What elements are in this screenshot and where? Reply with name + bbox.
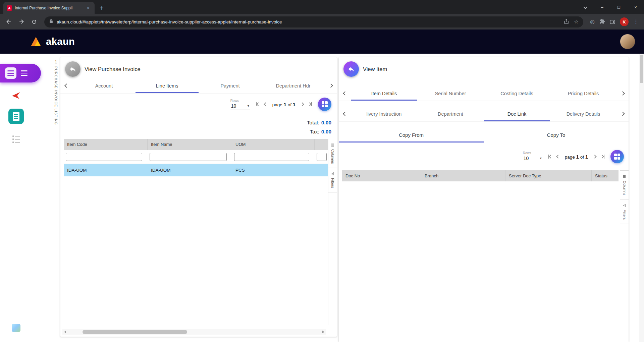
image-thumbnail-icon [12, 324, 20, 332]
rows-label: Rows [230, 99, 250, 103]
tab-search-chevron-icon[interactable] [577, 0, 594, 14]
panel-title: View Purchase Invoice [85, 66, 141, 72]
scrollbar-thumb[interactable] [83, 330, 187, 334]
tab-delivery-details[interactable]: Delivery Details [550, 106, 616, 121]
purchase-invoice-panel: View Purchase Invoice Account Line Items… [60, 57, 337, 337]
filters-label: Filters [331, 178, 335, 188]
new-tab-button[interactable]: + [97, 3, 107, 13]
previous-page-button[interactable] [264, 102, 268, 107]
sidebar-item-invoice-applet[interactable] [0, 109, 32, 124]
filter-input-uom[interactable] [234, 153, 309, 161]
table-controls: Rows 10 ▾ page 1 of 1 [230, 98, 331, 111]
sidebar-item-listing[interactable] [0, 135, 32, 143]
last-page-button[interactable] [308, 101, 313, 108]
first-page-button[interactable] [255, 101, 260, 108]
hamburger-menu-icon[interactable] [21, 70, 28, 76]
cell-uom: PCS [232, 168, 315, 173]
previous-page-button[interactable] [556, 154, 560, 159]
back-button[interactable] [343, 61, 359, 77]
tab-account[interactable]: Account [72, 78, 136, 93]
tab-serial-number[interactable]: Serial Number [417, 86, 484, 101]
pagination: page 1 of 1 [255, 101, 313, 108]
tab-copy-from[interactable]: Copy From [339, 127, 484, 142]
tab-department-hdr[interactable]: Department Hdr [262, 78, 325, 93]
main-content: 1 PURCHASE INVOICE LISTING View Purchase… [0, 54, 644, 342]
browser-tab[interactable]: A Internal Purchase Invoice Suppli × [3, 2, 95, 14]
sidebar-item-image[interactable] [0, 324, 32, 332]
filter-input-extra[interactable] [317, 153, 327, 161]
tab-payment[interactable]: Payment [199, 78, 262, 93]
rows-per-page-select[interactable]: Rows 10 ▾ [230, 99, 250, 110]
table-header-row: Doc No Branch Server Doc Type Status [342, 170, 619, 181]
scroll-left-icon[interactable] [62, 331, 68, 333]
last-page-button[interactable] [600, 153, 605, 160]
tab-doc-link[interactable]: Doc Link [484, 106, 550, 121]
share-icon[interactable] [564, 18, 569, 25]
tab-costing-details[interactable]: Costing Details [484, 86, 550, 101]
tab-line-items[interactable]: Line Items [136, 78, 199, 93]
vertical-tab-number: 1 [55, 60, 57, 64]
scrollbar-thumb[interactable] [640, 55, 643, 83]
rows-per-page-select[interactable]: Rows 10 ▾ [523, 151, 542, 162]
grid-view-button[interactable] [610, 150, 624, 163]
tax-value: 0.00 [321, 129, 331, 134]
tab-copy-to[interactable]: Copy To [484, 127, 629, 142]
list-icon [12, 135, 20, 143]
tabs-scroll-left-icon[interactable] [339, 106, 351, 121]
tabs-scroll-right-icon[interactable] [325, 78, 337, 93]
window-minimize-button[interactable]: – [594, 0, 610, 14]
akaun-logo-icon [31, 37, 43, 47]
filters-tool[interactable]: Filters [328, 168, 337, 192]
tabs-scroll-right-icon[interactable] [616, 106, 629, 121]
columns-tool[interactable]: Columns [620, 170, 629, 199]
sidebar-item-red-app[interactable] [0, 91, 32, 101]
view-item-panel: View Item Item Details Serial Number Cos… [339, 57, 629, 342]
next-page-button[interactable] [300, 102, 304, 107]
filter-input-item-name[interactable] [150, 153, 227, 161]
horizontal-scrollbar[interactable] [62, 329, 326, 335]
next-page-button[interactable] [593, 154, 597, 159]
address-bar[interactable]: akaun.cloud/#/applets/tnt/wavelet/erp/in… [44, 16, 583, 27]
filter-input-item-code[interactable] [66, 153, 142, 161]
first-page-button[interactable] [548, 153, 553, 160]
purchase-invoice-listing-vertical-tab[interactable]: 1 PURCHASE INVOICE LISTING [51, 59, 60, 135]
columns-label: Columns [623, 181, 627, 195]
active-applet-pill[interactable] [0, 64, 41, 82]
tab-department[interactable]: Department [417, 106, 484, 121]
columns-label: Columns [331, 149, 335, 164]
filters-label: Filters [623, 210, 627, 220]
grid-icon [614, 154, 621, 160]
tab-pricing-details[interactable]: Pricing Details [550, 86, 616, 101]
window-maximize-button[interactable]: □ [610, 0, 627, 14]
grid-icon [322, 101, 328, 108]
side-panel-icon[interactable] [610, 20, 615, 24]
browser-toolbar: akaun.cloud/#/applets/tnt/wavelet/erp/in… [0, 14, 644, 30]
tab-item-details[interactable]: Item Details [351, 86, 417, 101]
kebab-menu-icon[interactable]: ⋮ [633, 19, 639, 24]
tab-delivery-instruction[interactable]: livery Instruction [351, 106, 417, 121]
profile-avatar[interactable]: K [620, 17, 629, 26]
filters-tool[interactable]: Filters [620, 199, 629, 224]
akaun-logo[interactable]: akaun [31, 36, 75, 47]
window-close-button[interactable]: × [627, 0, 644, 14]
columns-tool[interactable]: Columns [328, 139, 337, 168]
bookmark-star-icon[interactable]: ☆ [574, 19, 579, 24]
extensions-puzzle-icon[interactable] [599, 18, 605, 25]
extension-target-icon[interactable]: ◎ [590, 19, 595, 24]
table-row[interactable]: IDA-UOM IDA-UOM PCS [64, 164, 328, 176]
grid-view-button[interactable] [318, 98, 331, 111]
app-header: akaun [0, 30, 644, 54]
tabs-scroll-right-icon[interactable] [616, 86, 629, 101]
tabs-scroll-left-icon[interactable] [339, 86, 351, 101]
table-side-toolbar: Columns Filters [620, 170, 629, 342]
scroll-right-icon[interactable] [321, 331, 326, 333]
back-icon[interactable] [3, 16, 14, 27]
page-scrollbar[interactable] [639, 54, 644, 342]
tabs-scroll-left-icon[interactable] [60, 78, 72, 93]
user-avatar[interactable] [620, 34, 635, 49]
header-extra [315, 139, 328, 150]
tab-close-icon[interactable]: × [85, 5, 91, 11]
forward-icon[interactable] [16, 16, 27, 27]
reload-icon[interactable] [29, 16, 40, 27]
back-button[interactable] [65, 61, 80, 77]
